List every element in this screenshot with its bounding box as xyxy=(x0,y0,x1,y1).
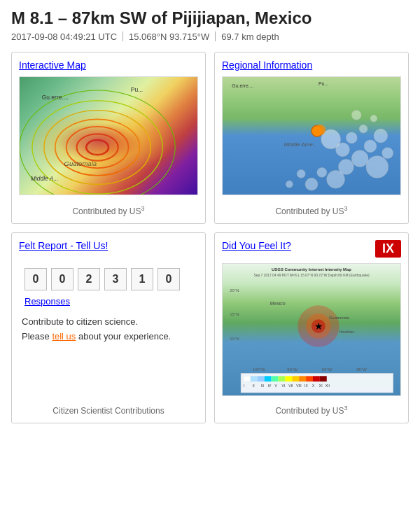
svg-point-16 xyxy=(336,143,350,157)
contribute-line1: Contribute to citizen science. xyxy=(22,316,138,327)
svg-text:VII: VII xyxy=(288,384,293,388)
svg-point-19 xyxy=(364,140,377,153)
svg-text:IV: IV xyxy=(268,384,272,388)
svg-text:I: I xyxy=(244,384,244,388)
svg-rect-58 xyxy=(299,376,306,381)
svg-point-27 xyxy=(370,115,377,122)
svg-point-28 xyxy=(351,110,361,120)
svg-point-14 xyxy=(312,125,323,136)
dyfi-header: Did You Feel It? IX xyxy=(222,240,401,258)
responses-link[interactable]: Responses xyxy=(24,296,70,307)
intensity-0: 0 xyxy=(24,268,47,290)
regional-info-link[interactable]: Regional Information xyxy=(222,59,312,71)
interactive-map-image[interactable]: Gu.erre.... Pu... Guatemala Middle A... xyxy=(19,76,198,195)
svg-text:Honduras: Honduras xyxy=(340,330,355,334)
felt-report-footer: Citizen Scientist Contributions xyxy=(19,398,198,416)
dyfi-footer: Contributed by US3 xyxy=(275,405,347,416)
dyfi-map-area[interactable]: USGS Community Internet Intensity Map Se… xyxy=(222,263,401,396)
intensity-2: 2 xyxy=(78,268,100,290)
svg-text:Guatemala: Guatemala xyxy=(329,316,350,320)
regional-info-card: Regional Information Gu.erre.... Pu... M… xyxy=(214,52,409,224)
dyfi-link[interactable]: Did You Feel It? xyxy=(222,240,291,251)
svg-point-17 xyxy=(346,132,357,143)
intensity-row: 0 0 2 3 1 0 xyxy=(24,268,180,290)
regional-map-visual: Gu.erre.... Pu... Middle Ame.. xyxy=(223,77,400,195)
svg-point-30 xyxy=(382,148,393,159)
svg-text:III: III xyxy=(261,384,264,388)
tell-us-link[interactable]: tell us xyxy=(52,331,76,342)
svg-rect-55 xyxy=(279,376,286,381)
contribute-line2-post: about your experience. xyxy=(78,331,171,342)
svg-point-5 xyxy=(32,101,162,194)
svg-text:XII: XII xyxy=(326,384,330,388)
svg-text:95°W: 95°W xyxy=(287,367,298,372)
regional-info-footer: Contributed by US3 xyxy=(275,205,347,216)
dyfi-map-visual: USGS Community Internet Intensity Map Se… xyxy=(223,264,400,395)
svg-text:10°N: 10°N xyxy=(230,337,239,341)
svg-text:Mexico: Mexico xyxy=(270,301,286,306)
dyfi-svg: USGS Community Internet Intensity Map Se… xyxy=(223,264,400,395)
svg-point-26 xyxy=(359,125,368,133)
regional-svg: Gu.erre.... Pu... Middle Ame.. xyxy=(223,77,400,195)
dyfi-badge: IX xyxy=(375,240,401,258)
svg-text:Middle Ame..: Middle Ame.. xyxy=(284,141,316,148)
separator-2 xyxy=(215,31,216,41)
svg-rect-61 xyxy=(320,376,327,381)
svg-text:Sep 7 2017 04:49 PDT M=8.1 15.: Sep 7 2017 04:49 PDT M=8.1 15.07°N 93.72… xyxy=(253,274,369,277)
svg-point-18 xyxy=(351,150,368,167)
svg-point-6 xyxy=(20,90,175,195)
svg-point-2 xyxy=(66,127,129,168)
svg-rect-51 xyxy=(251,376,258,381)
svg-point-3 xyxy=(55,119,140,175)
svg-text:100°W: 100°W xyxy=(253,367,265,372)
svg-text:20°N: 20°N xyxy=(230,288,239,292)
contribute-line2-pre: Please xyxy=(22,331,50,342)
svg-text:Gu.erre....: Gu.erre.... xyxy=(42,94,69,101)
svg-point-20 xyxy=(366,155,388,178)
svg-text:VI: VI xyxy=(281,384,285,388)
felt-report-card: Felt Report - Tell Us! 0 0 2 3 1 0 Respo… xyxy=(11,232,206,423)
svg-rect-54 xyxy=(272,376,279,381)
svg-rect-52 xyxy=(258,376,265,381)
svg-rect-53 xyxy=(265,376,272,381)
datetime: 2017-09-08 04:49:21 UTC xyxy=(11,31,117,42)
svg-text:Guatemala: Guatemala xyxy=(64,160,97,167)
svg-point-25 xyxy=(297,169,305,178)
regional-info-image[interactable]: Gu.erre.... Pu... Middle Ame.. xyxy=(222,76,401,195)
svg-point-29 xyxy=(374,129,388,143)
svg-text:VIII: VIII xyxy=(296,384,301,388)
svg-point-23 xyxy=(317,167,327,177)
interactive-map-link[interactable]: Interactive Map xyxy=(19,59,86,71)
interactive-map-footer: Contributed by US3 xyxy=(72,205,144,216)
coordinates: 15.068°N 93.715°W xyxy=(129,31,209,42)
svg-rect-57 xyxy=(292,376,299,381)
intensity-4: 1 xyxy=(131,268,153,290)
svg-text:Middle A...: Middle A... xyxy=(31,175,59,182)
svg-text:USGS Community Internet Intens: USGS Community Internet Intensity Map xyxy=(272,267,351,272)
svg-point-1 xyxy=(76,134,118,160)
svg-point-15 xyxy=(321,129,341,149)
interactive-map-visual: Gu.erre.... Pu... Guatemala Middle A... xyxy=(20,77,197,195)
separator-1 xyxy=(122,31,123,41)
svg-point-0 xyxy=(86,140,108,155)
svg-text:XI: XI xyxy=(319,384,323,388)
intensity-5: 0 xyxy=(158,268,180,290)
svg-point-21 xyxy=(339,159,354,174)
svg-point-24 xyxy=(305,178,318,190)
svg-rect-56 xyxy=(285,376,292,381)
svg-text:Pu...: Pu... xyxy=(318,81,328,86)
cards-grid: Interactive Map Gu.erre.... Pu... Guatem… xyxy=(11,52,409,423)
svg-text:II: II xyxy=(253,384,255,388)
svg-text:15°N: 15°N xyxy=(230,312,239,316)
dyfi-card: Did You Feel It? IX USGS Community Inter… xyxy=(214,232,409,423)
svg-text:Pu...: Pu... xyxy=(131,86,143,93)
page-title: M 8.1 – 87km SW of Pijijiapan, Mexico xyxy=(11,8,409,29)
svg-text:IX: IX xyxy=(304,384,308,388)
svg-point-4 xyxy=(44,110,150,184)
contribute-text: Contribute to citizen science. Please te… xyxy=(22,315,171,344)
depth: 69.7 km depth xyxy=(221,31,279,42)
svg-rect-60 xyxy=(313,376,320,381)
interactive-map-card: Interactive Map Gu.erre.... Pu... Guatem… xyxy=(11,52,206,224)
svg-text:90°W: 90°W xyxy=(322,367,332,372)
felt-report-link[interactable]: Felt Report - Tell Us! xyxy=(19,240,108,251)
